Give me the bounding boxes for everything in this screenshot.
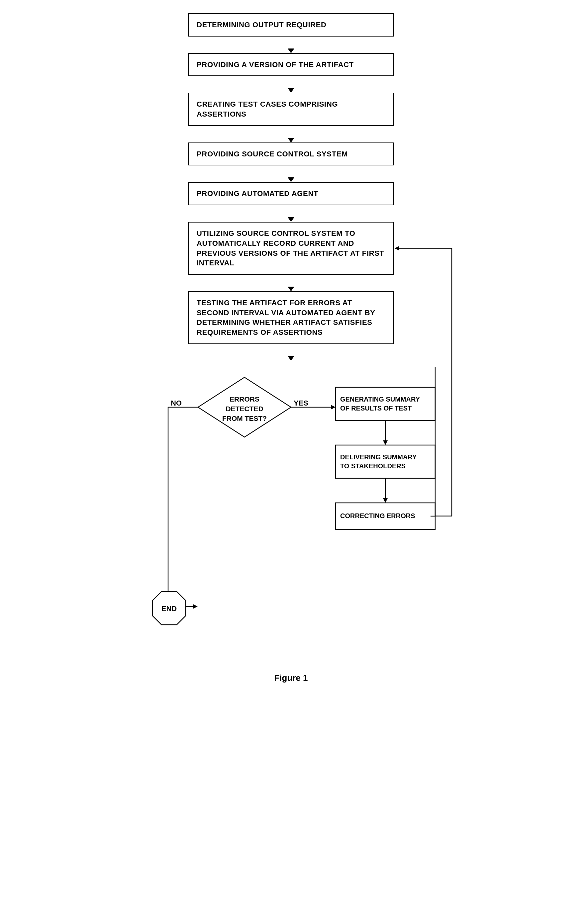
arrow-4: [291, 165, 291, 182]
no-label: NO: [171, 399, 182, 408]
box-providing-version: PROVIDING A VERSION OF THE ARTIFACT: [188, 53, 394, 76]
svg-marker-2: [331, 405, 336, 409]
box-providing-agent: PROVIDING AUTOMATED AGENT: [188, 182, 394, 205]
end-label: END: [162, 604, 177, 613]
arrow-2: [291, 76, 291, 92]
figure-caption: Figure 1: [274, 673, 308, 683]
svg-marker-12: [383, 498, 388, 503]
box-correcting-errors: CORRECTING ERRORS: [336, 503, 435, 530]
arrow-7: [291, 344, 291, 361]
box-determining-output: DETERMINING OUTPUT REQUIRED: [188, 13, 394, 36]
arrow-6: [291, 275, 291, 291]
flowchart: DETERMINING OUTPUT REQUIRED PROVIDING A …: [142, 13, 440, 683]
branch-section: ERRORSDETECTEDFROM TEST? NO YES GENERATI…: [142, 361, 440, 660]
box-testing-artifact: TESTING THE ARTIFACT FOR ERRORS AT SECON…: [188, 291, 394, 344]
diamond-text-overlay: ERRORSDETECTEDFROM TEST?: [198, 377, 291, 441]
box-providing-source-control: PROVIDING SOURCE CONTROL SYSTEM: [188, 142, 394, 166]
svg-marker-6: [193, 604, 198, 609]
arrow-5: [291, 205, 291, 222]
end-octagon-wrapper: END: [151, 590, 187, 628]
arrow-3: [291, 126, 291, 142]
diamond-label: ERRORSDETECTEDFROM TEST?: [222, 394, 267, 424]
box-correcting-errors-text: CORRECTING ERRORS: [340, 512, 415, 520]
arrow-1: [291, 36, 291, 53]
box-generating-summary-text: GENERATING SUMMARYOF RESULTS OF TEST: [340, 395, 420, 413]
box-generating-summary: GENERATING SUMMARYOF RESULTS OF TEST: [336, 387, 435, 421]
box-creating-test-cases: CREATING TEST CASES COMPRISING ASSERTION…: [188, 92, 394, 125]
box-utilizing-source-control: UTILIZING SOURCE CONTROL SYSTEM TO AUTOM…: [188, 222, 394, 275]
box-delivering-summary: DELIVERING SUMMARYTO STAKEHOLDERS: [336, 445, 435, 478]
box-delivering-summary-text: DELIVERING SUMMARYTO STAKEHOLDERS: [340, 453, 417, 471]
svg-marker-9: [383, 441, 388, 445]
yes-label: YES: [294, 399, 308, 408]
